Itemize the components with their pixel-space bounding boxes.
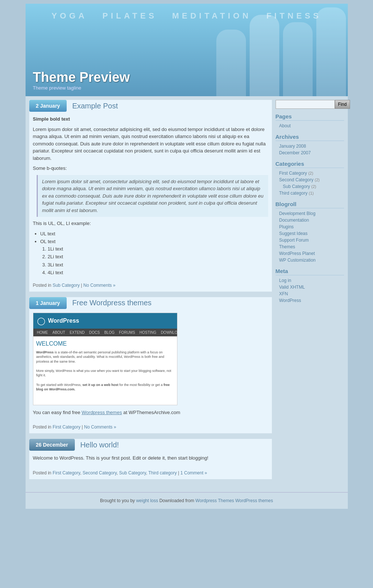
list-item: Development Blog (276, 210, 344, 217)
post-2-image: ◯ WordPress HOME ABOUT EXTEND DOCS BLOG … (33, 313, 268, 405)
blogroll-wpcustom[interactable]: WP Customization (279, 258, 316, 263)
footer-text2: Downloaded from (159, 498, 194, 503)
post-1-ul-label: This is UL, OL, LI example: (33, 220, 268, 227)
post-2-footer: Posted in First Category | No Comments » (29, 423, 272, 430)
list-item: 1Li text (48, 245, 268, 253)
cat-third-count: (1) (309, 191, 314, 195)
post-1-ol-item: OL text 1Li text 2Li text 3Li text 4Li t… (40, 238, 268, 276)
post-3-title: Hello world! (80, 441, 119, 449)
post-3-cat1[interactable]: First Category (53, 470, 80, 476)
post-2-date: 1 January (29, 297, 67, 309)
post-2-comments-link[interactable]: No Comments » (84, 424, 116, 430)
archive-jan-link[interactable]: January 2008 (279, 144, 306, 149)
meta-wordpress[interactable]: WordPress (279, 298, 301, 303)
list-item: WordPress (276, 297, 344, 304)
list-item: Sub Category (2) (276, 183, 344, 190)
post-1-lorem: Lorem ipsum dolor sit amet, consectetur … (33, 126, 268, 162)
site-header: YOGA PILATES MEDITATION FITNESS Theme Pr… (26, 4, 348, 96)
post-2-title: Free Wordpress themes (72, 299, 151, 307)
post-1-body: Simple bold text Lorem ipsum dolor sit a… (29, 115, 272, 281)
post-2-body: ◯ WordPress HOME ABOUT EXTEND DOCS BLOG … (29, 313, 272, 423)
search-button[interactable]: Find (335, 100, 350, 109)
post-3-footer: Posted in First Category, Second Categor… (29, 468, 272, 476)
post-3: 26 December Hello world! Welcome to Word… (29, 439, 272, 479)
blogroll-docs[interactable]: Documentation (279, 218, 309, 223)
post-3-text: Welcome to WordPress. This is your first… (33, 454, 268, 462)
header-word-pilates: PILATES (103, 11, 157, 21)
post-3-header: 26 December Hello world! (29, 439, 272, 451)
page-footer: Brought to you by weight loss Downloaded… (26, 492, 348, 509)
list-item: Suggest Ideas (276, 230, 344, 237)
wp-content-area: WELCOME WordPress is a state-of-the-art … (33, 336, 177, 398)
post-3-comments-link[interactable]: 1 Comment » (180, 470, 207, 476)
list-item: 4Li text (48, 269, 268, 276)
list-item: Plugins (276, 224, 344, 230)
list-item: XFN (276, 290, 344, 297)
post-3-cat3[interactable]: Sub Category (119, 470, 146, 476)
post-1-title: Example Post (72, 102, 118, 110)
list-item: Support Forum (276, 237, 344, 243)
categories-heading: Categories (276, 161, 344, 168)
blogroll-devblog[interactable]: Development Blog (279, 211, 316, 216)
wp-logo-bar: ◯ WordPress (33, 313, 177, 329)
post-3-cat4[interactable]: Third category (149, 470, 177, 476)
list-item: January 2008 (276, 143, 344, 149)
header-figures (163, 4, 348, 96)
archive-dec-link[interactable]: December 2007 (279, 150, 311, 155)
post-3-cat2[interactable]: Second Category (83, 470, 117, 476)
footer-link1[interactable]: weight loss (136, 498, 158, 503)
sidebar-archives: Archives January 2008 December 2007 (276, 134, 344, 156)
meta-list: Log in Valid XHTML XFN WordPress (276, 277, 344, 304)
list-item: Documentation (276, 217, 344, 224)
sidebar-meta: Meta Log in Valid XHTML XFN WordPress (276, 268, 344, 304)
meta-xfn[interactable]: XFN (279, 291, 288, 296)
meta-heading: Meta (276, 268, 344, 275)
post-1-header: 2 January Example Post (29, 100, 272, 112)
blogroll-themes[interactable]: Themes (279, 244, 295, 249)
footer-link2[interactable]: Wordpress Themes (196, 498, 234, 503)
post-1-cat-link[interactable]: Sub Category (53, 283, 80, 288)
post-3-body: Welcome to WordPress. This is your first… (29, 454, 272, 468)
post-1-bold: Simple bold text (33, 115, 268, 123)
post-2-cat-link[interactable]: First Category (53, 424, 80, 430)
sidebar-pages: Pages About (276, 113, 344, 129)
site-tagline: Theme preview tagline (33, 85, 130, 91)
categories-list: First Category (2) Second Category (2) S… (276, 170, 344, 196)
blogroll-list: Development Blog Documentation Plugins S… (276, 210, 344, 263)
post-3-date: 26 December (29, 439, 75, 451)
wp-nav-bar: HOME ABOUT EXTEND DOCS BLOG FORUMS HOSTI… (33, 329, 177, 336)
wp-body-text: WordPress is a state-of-the-art semantic… (36, 350, 174, 392)
list-item: Second Category (2) (276, 177, 344, 183)
sidebar-categories: Categories First Category (2) Second Cat… (276, 161, 344, 196)
blogroll-support[interactable]: Support Forum (279, 238, 309, 243)
list-item: 2Li text (48, 253, 268, 261)
cat-third-link[interactable]: Third category (279, 191, 308, 196)
search-input[interactable] (276, 100, 335, 109)
meta-login[interactable]: Log in (279, 278, 292, 283)
list-item: About (276, 122, 344, 129)
post-2-header: 1 January Free Wordpress themes (29, 297, 272, 309)
search-bar: Find (276, 100, 344, 109)
blogroll-wpplanet[interactable]: WordPress Planet (279, 251, 315, 256)
cat-second-link[interactable]: Second Category (279, 177, 314, 182)
blogroll-plugins[interactable]: Plugins (279, 224, 294, 229)
sidebar-blogroll: Blogroll Development Blog Documentation … (276, 201, 344, 263)
wordpress-screenshot: ◯ WordPress HOME ABOUT EXTEND DOCS BLOG … (33, 313, 177, 405)
cat-sub-link[interactable]: Sub Category (283, 184, 310, 189)
list-item: Log in (276, 277, 344, 284)
meta-xhtml[interactable]: Valid XHTML (279, 285, 305, 290)
list-item: Third category (1) (276, 190, 344, 196)
wp-logo-text: WordPress (48, 316, 79, 325)
post-1-ul: UL text OL text 1Li text 2Li text 3Li te… (33, 230, 268, 276)
page-about-link[interactable]: About (279, 123, 291, 128)
sidebar: Find Pages About Archives January 2008 D… (276, 100, 344, 485)
cat-first-count: (2) (308, 171, 313, 175)
header-overlay: Theme Preview Theme preview tagline (26, 66, 137, 96)
footer-link3[interactable]: WordPress themes (235, 498, 273, 503)
post-2-wp-link[interactable]: Wordpress themes (81, 410, 122, 415)
cat-first-link[interactable]: First Category (279, 171, 307, 176)
post-1-bquotes-label: Some b-quotes: (33, 165, 268, 172)
post-1-comments-link[interactable]: No Comments » (83, 283, 116, 288)
post-1: 2 January Example Post Simple bold text … (29, 100, 272, 292)
blogroll-suggest[interactable]: Suggest Ideas (279, 231, 308, 236)
